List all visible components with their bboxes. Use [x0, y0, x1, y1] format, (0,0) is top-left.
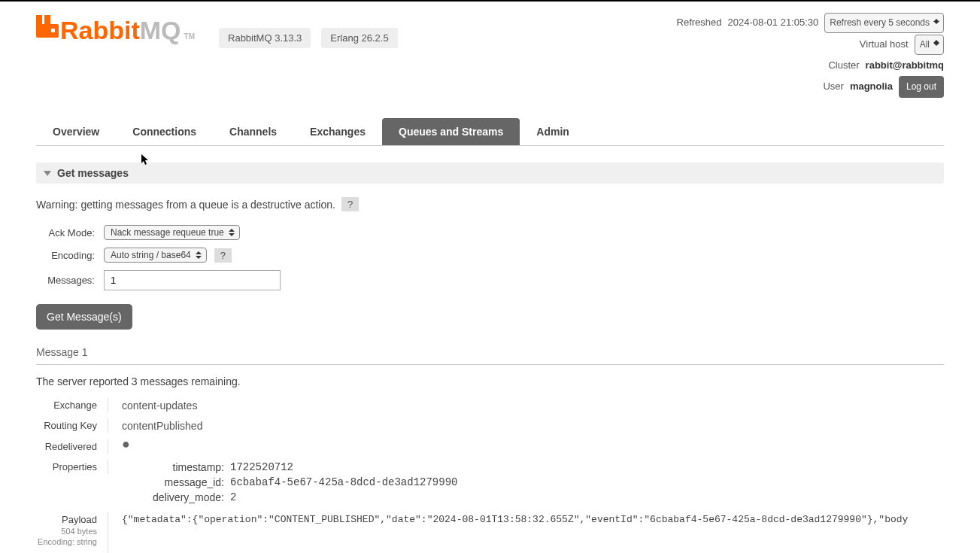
tab-connections[interactable]: Connections	[116, 118, 213, 145]
remaining-text: The server reported 3 messages remaining…	[36, 375, 944, 387]
tabs: Overview Connections Channels Exchanges …	[36, 118, 944, 146]
prop-timestamp-key: timestamp:	[132, 461, 230, 473]
tab-exchanges[interactable]: Exchanges	[293, 118, 382, 145]
get-messages-button[interactable]: Get Message(s)	[36, 304, 132, 330]
vhost-select[interactable]: All	[915, 35, 944, 55]
routing-key-value: contentPublished	[108, 418, 202, 432]
messages-input[interactable]	[104, 270, 281, 290]
exchange-value: content-updates	[108, 398, 197, 412]
encoding-select[interactable]: Auto string / base64	[104, 248, 207, 263]
logout-button[interactable]: Log out	[899, 76, 944, 98]
logo-text-mq: MQ	[140, 16, 181, 45]
logo: RabbitMQ TM	[36, 16, 195, 45]
payload-text: {"metadata":{"operation":"CONTENT_PUBLIS…	[122, 514, 944, 525]
svg-rect-2	[36, 24, 59, 38]
redelivered-label: Redelivered	[36, 439, 108, 454]
exchange-label: Exchange	[36, 398, 108, 412]
tab-overview[interactable]: Overview	[36, 118, 116, 145]
version-rabbitmq: RabbitMQ 3.13.3	[219, 28, 311, 48]
encoding-help-button[interactable]: ?	[214, 248, 232, 263]
prop-timestamp-val: 1722520712	[230, 461, 293, 473]
warning-help-button[interactable]: ?	[341, 197, 359, 211]
version-erlang: Erlang 26.2.5	[321, 28, 397, 48]
tab-queues[interactable]: Queues and Streams	[382, 118, 520, 145]
prop-message-id-val: 6cbabaf4-5e67-425a-8dcd-de3ad1279990	[230, 476, 457, 488]
version-tags: RabbitMQ 3.13.3 Erlang 26.2.5	[219, 28, 398, 48]
payload-label-col: Payload 504 bytes Encoding: string	[36, 512, 108, 553]
ack-mode-label: Ack Mode:	[36, 227, 104, 239]
message-header: Message 1	[36, 346, 944, 365]
messages-label: Messages:	[36, 275, 104, 286]
ack-mode-select[interactable]: Nack message requeue true	[104, 225, 240, 240]
payload-value-wrap: {"metadata":{"operation":"CONTENT_PUBLIS…	[108, 512, 944, 525]
section-title: Get messages	[57, 167, 129, 179]
prop-delivery-mode-val: 2	[230, 491, 236, 503]
tab-admin[interactable]: Admin	[520, 118, 586, 145]
properties-value: timestamp: 1722520712 message_id: 6cbaba…	[108, 460, 457, 506]
payload-label: Payload	[36, 514, 97, 525]
logo-tm: TM	[184, 32, 195, 41]
routing-key-label: Routing Key	[36, 418, 108, 433]
refreshed-label: Refreshed	[677, 14, 722, 32]
logo-text-rabbit: Rabbit	[60, 16, 140, 45]
chevron-down-icon	[44, 171, 51, 176]
cluster-label: Cluster	[828, 56, 859, 75]
header: RabbitMQ TM RabbitMQ 3.13.3 Erlang 26.2.…	[36, 2, 944, 99]
vhost-label: Virtual host	[860, 35, 909, 54]
payload-encoding: Encoding: string	[36, 537, 97, 546]
properties-label: Properties	[36, 460, 108, 474]
section-header[interactable]: Get messages	[36, 163, 944, 184]
cluster-value: rabbit@rabbitmq	[866, 56, 944, 75]
refresh-interval-select[interactable]: Refresh every 5 seconds	[824, 13, 944, 33]
prop-delivery-mode-key: delivery_mode:	[132, 491, 230, 503]
message-details: Exchange content-updates Routing Key con…	[36, 398, 944, 553]
warning: Warning: getting messages from a queue i…	[36, 197, 944, 211]
logo-section: RabbitMQ TM RabbitMQ 3.13.3 Erlang 26.2.…	[36, 13, 398, 48]
get-messages-form: Ack Mode: Nack message requeue true Enco…	[36, 225, 944, 330]
encoding-label: Encoding:	[36, 250, 104, 261]
payload-bytes: 504 bytes	[36, 527, 97, 536]
warning-text: Warning: getting messages from a queue i…	[36, 199, 335, 211]
svg-rect-3	[51, 29, 55, 32]
user-value: magnolia	[850, 77, 893, 96]
prop-message-id-key: message_id:	[132, 476, 230, 488]
redelivered-value: ●	[108, 439, 130, 448]
user-label: User	[823, 77, 843, 96]
tab-channels[interactable]: Channels	[213, 118, 293, 145]
refreshed-time: 2024-08-01 21:05:30	[728, 14, 819, 32]
header-meta: Refreshed 2024-08-01 21:05:30 Refresh ev…	[677, 13, 944, 99]
rabbitmq-icon	[36, 15, 59, 43]
